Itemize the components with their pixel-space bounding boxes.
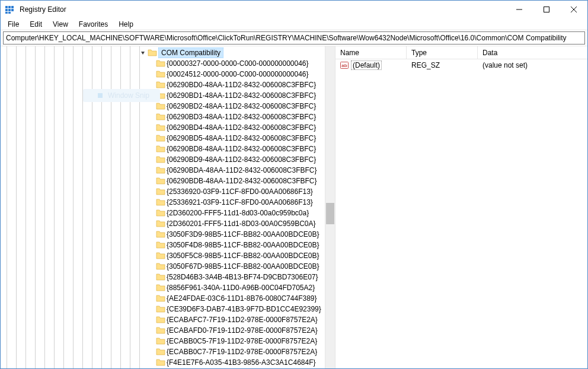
tree-child-key[interactable]: {2D360200-FFF5-11d1-8d03-00a0c959bc0a} [156, 208, 321, 218]
tree-child-label: {00000327-0000-0000-C000-000000000046} [167, 59, 309, 68]
tree-child-key[interactable]: {ECABB0C5-7F19-11D2-978E-0000F8757E2A} [156, 336, 321, 346]
tree-child-label: {AE24FDAE-03C6-11D1-8B76-0080C744F389} [167, 294, 317, 303]
tree-child-key[interactable]: {3050F67D-98B5-11CF-BB82-00AA00BDCE0B} [156, 261, 321, 272]
tree-child-key[interactable]: {06290BD4-48AA-11D2-8432-006008C3FBFC} [156, 122, 321, 133]
menu-file[interactable]: File [3, 19, 24, 30]
folder-icon [156, 187, 165, 196]
tree-child-key[interactable]: {25336920-03F9-11CF-8FD0-00AA00686F13} [156, 186, 321, 197]
tree-child-key[interactable]: {3050F3D9-98B5-11CF-BB82-00AA00BDCE0B} [156, 229, 321, 240]
svg-rect-4 [8, 9, 11, 11]
tree-child-key[interactable]: {06290BD0-48AA-11D2-8432-006008C3FBFC} [156, 79, 321, 90]
tree-child-label: {3050F4D8-98B5-11CF-BB82-00AA00BDCE0B} [167, 241, 319, 249]
tree-child-label: {2D360201-FFF5-11d1-8D03-00A0C959BC0A} [167, 220, 316, 228]
chevron-down-icon[interactable] [139, 49, 146, 56]
folder-icon [156, 80, 165, 90]
tree-child-key[interactable]: {06290BDB-48AA-11D2-8432-006008C3FBFC} [156, 176, 321, 186]
tree-child-key[interactable]: {F4E1E7F6-A035-41B3-9856-A3C3A1C4684F} [156, 357, 321, 368]
tree-child-key[interactable]: {CE39D6F3-DAB7-41B3-9F7D-BD1CC4E92399} [156, 304, 321, 314]
tree-child-label: {25336920-03F9-11CF-8FD0-00AA00686F13} [167, 187, 313, 196]
tree-child-key[interactable]: {06290BDA-48AA-11D2-8432-006008C3FBFC} [156, 165, 321, 176]
menu-favorites[interactable]: Favorites [74, 19, 113, 30]
tree-child-label: {06290BD1-48AA-11D2-8432-006008C3FBFC} [167, 91, 316, 100]
tree-child-label: {06290BD3-48AA-11D2-8432-006008C3FBFC} [167, 113, 316, 121]
address-bar[interactable]: Computer\HKEY_LOCAL_MACHINE\SOFTWARE\Mic… [3, 31, 585, 44]
close-button[interactable] [560, 1, 587, 18]
tree-child-label: {2D360200-FFF5-11d1-8d03-00a0c959bc0a} [167, 209, 309, 217]
folder-icon [156, 112, 165, 122]
tree-child-key[interactable]: {00000327-0000-0000-C000-000000000046} [156, 58, 321, 69]
folder-icon [148, 48, 157, 58]
tree-child-label: {3050F5C8-98B5-11CF-BB82-00AA00BDCE0B} [167, 252, 319, 260]
tree-child-label: {06290BDA-48AA-11D2-8432-006008C3FBFC} [167, 166, 317, 174]
tree-child-key[interactable]: {ECABB0C7-7F19-11D2-978E-0000F8757E2A} [156, 346, 321, 357]
tree-child-key[interactable]: {3050F4D8-98B5-11CF-BB82-00AA00BDCE0B} [156, 240, 321, 250]
svg-rect-3 [5, 9, 8, 11]
value-row[interactable]: ab (Default) REG_SZ (value not set) [335, 59, 587, 71]
tree-child-label: {06290BD2-48AA-11D2-8432-006008C3FBFC} [167, 102, 316, 110]
folder-icon [156, 59, 165, 68]
tree-selected-key[interactable]: COM Compatibility [139, 47, 223, 58]
tree-child-key[interactable]: {ECABAFC7-7F19-11D2-978E-0000F8757E2A} [156, 314, 321, 325]
column-type[interactable]: Type [407, 46, 478, 59]
scrollbar-thumb[interactable] [326, 203, 334, 224]
tree-child-label: {ECABAFD0-7F19-11D2-978E-0000F8757E2A} [167, 326, 318, 335]
address-text: Computer\HKEY_LOCAL_MACHINE\SOFTWARE\Mic… [6, 34, 567, 42]
folder-icon [156, 219, 165, 228]
menubar: File Edit View Favorites Help [1, 18, 587, 30]
folder-icon [156, 198, 165, 207]
folder-icon [156, 240, 165, 250]
svg-rect-5 [11, 9, 14, 11]
window-title: Registry Editor [20, 5, 66, 14]
tree-child-key[interactable]: {2D360201-FFF5-11d1-8D03-00A0C959BC0A} [156, 218, 321, 229]
tree-child-label: {06290BD4-48AA-11D2-8432-006008C3FBFC} [167, 123, 316, 132]
values-header: Name Type Data [335, 46, 587, 59]
tree-child-key[interactable]: {06290BD2-48AA-11D2-8432-006008C3FBFC} [156, 101, 321, 112]
minimize-button[interactable] [506, 1, 533, 18]
menu-edit[interactable]: Edit [25, 19, 47, 30]
tree-child-key[interactable]: {06290BD5-48AA-11D2-8432-006008C3FBFC} [156, 133, 321, 144]
folder-icon [156, 251, 165, 260]
folder-icon [156, 176, 165, 186]
tree-child-label: {06290BD0-48AA-11D2-8432-006008C3FBFC} [167, 81, 316, 89]
tree-vertical-scrollbar[interactable] [325, 46, 335, 368]
tree-child-key[interactable]: {AE24FDAE-03C6-11D1-8B76-0080C744F389} [156, 293, 321, 304]
tree-child-label: {06290BD9-48AA-11D2-8432-006008C3FBFC} [167, 155, 316, 164]
tree-child-key[interactable]: {06290BD9-48AA-11D2-8432-006008C3FBFC} [156, 154, 321, 165]
tree-child-label: {ECABB0C5-7F19-11D2-978E-0000F8757E2A} [167, 337, 317, 345]
tree-child-key[interactable]: {06290BD3-48AA-11D2-8432-006008C3FBFC} [156, 112, 321, 122]
folder-icon [156, 133, 165, 143]
folder-icon [156, 336, 165, 346]
menu-view[interactable]: View [48, 19, 73, 30]
folder-icon [156, 144, 165, 154]
tree-child-label: {8856F961-340A-11D0-A96B-00C04FD705A2} [167, 284, 315, 292]
svg-rect-2 [11, 6, 14, 8]
folder-icon [156, 230, 165, 239]
column-name[interactable]: Name [335, 46, 407, 59]
svg-text:ab: ab [341, 63, 347, 68]
folder-icon [156, 101, 165, 111]
string-value-icon: ab [340, 61, 349, 69]
folder-icon [156, 69, 165, 79]
tree-child-key[interactable]: {06290BD1-48AA-11D2-8432-006008C3FBFC} [156, 90, 321, 101]
tree-child-label: {25336921-03F9-11CF-8FD0-00AA00686F13} [167, 198, 313, 206]
column-data[interactable]: Data [478, 46, 587, 59]
svg-rect-6 [5, 12, 8, 14]
tree-child-key[interactable]: {ECABAFD0-7F19-11D2-978E-0000F8757E2A} [156, 325, 321, 336]
maximize-button[interactable] [533, 1, 560, 18]
value-name: (Default) [351, 61, 382, 70]
folder-icon [156, 166, 165, 175]
titlebar: Registry Editor [1, 1, 587, 18]
tree-pane: COM Compatibility {00000327-0000-0000-C0… [1, 46, 335, 368]
tree-child-key[interactable]: {528D46B3-3A4B-4B13-BF74-D9CBD7306E07} [156, 272, 321, 282]
tree-child-key[interactable]: {3050F5C8-98B5-11CF-BB82-00AA00BDCE0B} [156, 250, 321, 261]
tree-child-label: {3050F67D-98B5-11CF-BB82-00AA00BDCE0B} [167, 262, 319, 271]
tree-child-key[interactable]: {00024512-0000-0000-C000-000000000046} [156, 69, 321, 79]
folder-icon [156, 304, 165, 314]
folder-icon [156, 315, 165, 325]
folder-icon [156, 294, 165, 303]
tree-child-key[interactable]: {06290BD8-48AA-11D2-8432-006008C3FBFC} [156, 144, 321, 154]
tree-child-key[interactable]: {25336921-03F9-11CF-8FD0-00AA00686F13} [156, 197, 321, 208]
tree-child-key[interactable]: {8856F961-340A-11D0-A96B-00C04FD705A2} [156, 282, 321, 293]
menu-help[interactable]: Help [114, 19, 138, 30]
values-pane: Name Type Data ab (Default) REG_SZ (valu… [335, 46, 587, 368]
